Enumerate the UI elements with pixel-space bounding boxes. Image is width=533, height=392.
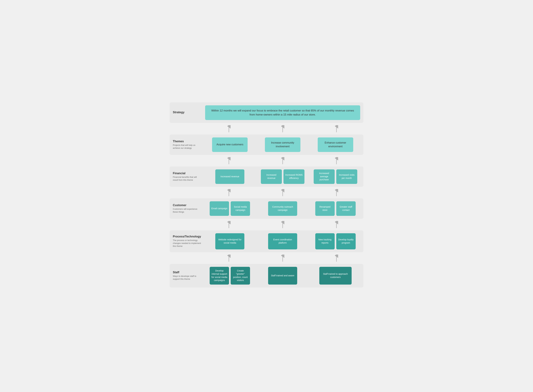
financial-label-area: Financial Financial benefits that will r…	[173, 169, 205, 184]
arrow-spacer-4	[170, 221, 202, 228]
staff-row: Staff Ways to develope staff to support …	[170, 264, 363, 287]
financial-box-1: Increased revenue	[215, 169, 244, 184]
arrow-col-3b	[256, 189, 309, 196]
customer-col1: Email campaign Social media campaign	[205, 201, 255, 216]
staff-content: Develop internal support for social medi…	[205, 267, 360, 285]
customer-title: Customer	[173, 204, 202, 207]
financial-title: Financial	[173, 172, 202, 175]
arrow-col-1a	[202, 125, 256, 132]
process-col2: Event coordination platform	[258, 233, 308, 249]
arrow-spacer-1	[170, 125, 202, 132]
financial-content: Increased revenue Increased revenue Incr…	[205, 169, 360, 184]
customer-label-area: Customer Customers will experience these…	[173, 201, 205, 216]
arrow-col-2b	[256, 157, 309, 164]
arrow-svg-3b	[280, 189, 285, 196]
process-box-2: Event coordination platform	[268, 233, 297, 249]
arrow-spacer-3	[170, 189, 202, 196]
strategy-content: Within 12 months we will expand our focu…	[205, 105, 360, 120]
arrows-row-5	[170, 255, 363, 262]
arrow-svg-3a	[226, 189, 231, 196]
customer-subtitle: Customers will experience these things	[173, 208, 202, 213]
process-subtitle: The process or technology changes needed…	[173, 239, 202, 248]
arrow-col-3a	[202, 189, 256, 196]
arrow-svg-1a	[226, 125, 231, 132]
staff-title: Staff	[173, 271, 202, 274]
arrow-svg-5c	[334, 255, 339, 262]
financial-box-3a: Increased average purchase	[314, 169, 335, 184]
financial-subtitle: Financial benefits that will result from…	[173, 176, 202, 182]
arrow-col-5b	[256, 255, 309, 262]
arrow-col-3c	[310, 189, 363, 196]
staff-box-1b: Create "greeter" position, count visitor…	[231, 267, 250, 285]
staff-col1: Develop internal support for social medi…	[205, 267, 255, 285]
customer-row: Customer Customers will experience these…	[170, 198, 363, 219]
themes-col1: Acquire new customers	[205, 137, 255, 152]
strategy-label-area: Strategy	[173, 105, 205, 120]
process-col1: Website redesigned for social media	[205, 233, 255, 249]
process-box-1: Website redesigned for social media	[215, 233, 244, 249]
customer-box-3a: Revamped store	[315, 201, 335, 216]
arrow-col-1b	[256, 125, 309, 132]
strategy-title: Strategy	[173, 111, 202, 114]
themes-subtitle: Projects that will help us achieve our s…	[173, 144, 202, 149]
arrow-svg-4c	[334, 221, 339, 228]
arrow-col-5a	[202, 255, 256, 262]
themes-col2: Increase community involvement	[258, 137, 308, 152]
arrow-svg-4a	[226, 221, 231, 228]
arrow-spacer-5	[170, 255, 202, 262]
arrows-row-1	[170, 125, 363, 132]
arrow-content-2	[202, 157, 363, 164]
customer-box-1a: Email campaign	[210, 201, 229, 216]
arrow-content-5	[202, 255, 363, 262]
customer-content: Email campaign Social media campaign Com…	[205, 201, 360, 216]
arrow-svg-1b	[280, 125, 285, 132]
themes-row: Themes Projects that will help us achiev…	[170, 135, 363, 155]
process-col3: New tracking reports Develop loyalty pro…	[311, 233, 360, 249]
financial-col2: Increased revenue Increased ROMS efficie…	[258, 169, 308, 184]
arrow-svg-4b	[280, 221, 285, 228]
customer-col3: Revamped store Greater staff contact	[311, 201, 360, 216]
theme-box-3: Enhance customer environment	[318, 137, 353, 152]
arrows-row-4	[170, 221, 363, 228]
financial-box-2a: Increased revenue	[261, 169, 282, 184]
strategy-box: Within 12 months we will expand our focu…	[205, 105, 360, 120]
arrow-col-5c	[310, 255, 363, 262]
arrow-svg-5b	[280, 255, 285, 262]
staff-box-1a: Develop internal support for social medi…	[210, 267, 229, 285]
theme-box-2: Increase community involvement	[265, 137, 300, 152]
staff-box-3: Staff trained to approach customers	[319, 267, 352, 285]
arrow-col-2a	[202, 157, 256, 164]
arrow-svg-2c	[334, 157, 339, 164]
arrow-content-3	[202, 189, 363, 196]
financial-row: Financial Financial benefits that will r…	[170, 167, 363, 187]
staff-col3: Staff trained to approach customers	[311, 267, 360, 285]
process-title: Process/Technology	[173, 235, 202, 238]
financial-col1: Increased revenue	[205, 169, 255, 184]
themes-content: Acquire new customers Increase community…	[205, 137, 360, 152]
process-box-3b: Develop loyalty program	[336, 233, 356, 249]
customer-col2: Community outreach campaign	[258, 201, 308, 216]
arrow-col-4c	[310, 221, 363, 228]
arrow-svg-1c	[334, 125, 339, 132]
financial-col3: Increased average purchase Increased vis…	[311, 169, 360, 184]
arrow-spacer-2	[170, 157, 202, 164]
customer-box-1b: Social media campaign	[231, 201, 250, 216]
financial-box-2b: Increased ROMS efficiency	[283, 169, 305, 184]
arrow-svg-2b	[280, 157, 285, 164]
staff-label-area: Staff Ways to develope staff to support …	[173, 267, 205, 285]
staff-box-2: Staff trained and aware	[268, 267, 297, 285]
themes-title: Themes	[173, 140, 202, 143]
arrow-col-4b	[256, 221, 309, 228]
process-content: Website redesigned for social media Even…	[205, 233, 360, 249]
strategy-row: Strategy Within 12 months we will expand…	[170, 103, 363, 123]
staff-subtitle: Ways to develope staff to support this t…	[173, 275, 202, 280]
financial-box-3b: Increased visits per month	[336, 169, 357, 184]
customer-box-2: Community outreach campaign	[268, 201, 297, 216]
arrows-row-2	[170, 157, 363, 164]
process-box-3a: New tracking reports	[315, 233, 335, 249]
arrow-svg-3c	[334, 189, 339, 196]
arrow-col-4a	[202, 221, 256, 228]
arrow-col-2c	[310, 157, 363, 164]
diagram-container: Strategy Within 12 months we will expand…	[170, 103, 363, 290]
themes-label-area: Themes Projects that will help us achiev…	[173, 137, 205, 152]
